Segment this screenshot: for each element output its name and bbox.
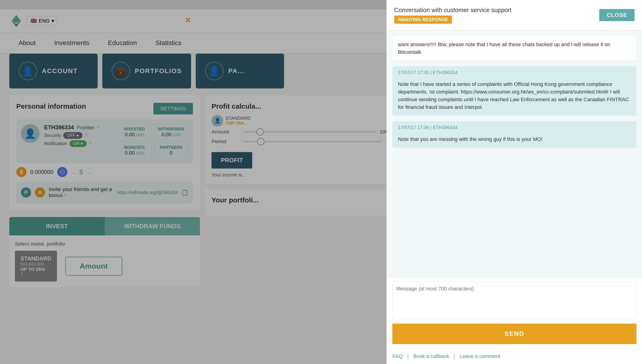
message-meta-2: 17/07/17 17:05 | ETH396334 — [392, 66, 636, 75]
message-text-2: Note that I have started a series of com… — [392, 78, 636, 116]
chat-close-button[interactable]: CLOSE — [599, 9, 634, 21]
chat-title: Conversation with customer service suppo… — [394, 6, 511, 14]
chat-message-3: 17/07/17 17:06 | ETH396334 Note that you… — [392, 121, 636, 148]
separator-2: | — [454, 353, 455, 359]
chat-input-area: SEND — [387, 277, 642, 349]
chat-header: Conversation with customer service suppo… — [387, 0, 642, 30]
chat-panel: Conversation with customer service suppo… — [386, 0, 642, 364]
chat-message-2: 17/07/17 17:05 | ETH396334 Note that I h… — [392, 66, 636, 116]
message-meta-3: 17/07/17 17:06 | ETH396334 — [392, 121, 636, 130]
message-text-3: Note that you are messing with the wrong… — [392, 132, 636, 148]
awaiting-badge: AWAITING RESPONSE — [394, 16, 452, 24]
chat-messages: want answers!!!!! Btw, please note that … — [387, 30, 642, 277]
chat-footer: FAQ | Book a callback | Leave a comment — [387, 349, 642, 364]
chat-message-1: want answers!!!!! Btw, please note that … — [392, 36, 636, 60]
overlay — [0, 0, 404, 364]
comment-link[interactable]: Leave a comment — [460, 353, 500, 359]
send-button[interactable]: SEND — [392, 324, 636, 344]
faq-link[interactable]: FAQ — [392, 353, 402, 359]
separator-1: | — [407, 353, 409, 359]
message-input[interactable] — [392, 282, 636, 319]
callback-link[interactable]: Book a callback — [413, 353, 449, 359]
